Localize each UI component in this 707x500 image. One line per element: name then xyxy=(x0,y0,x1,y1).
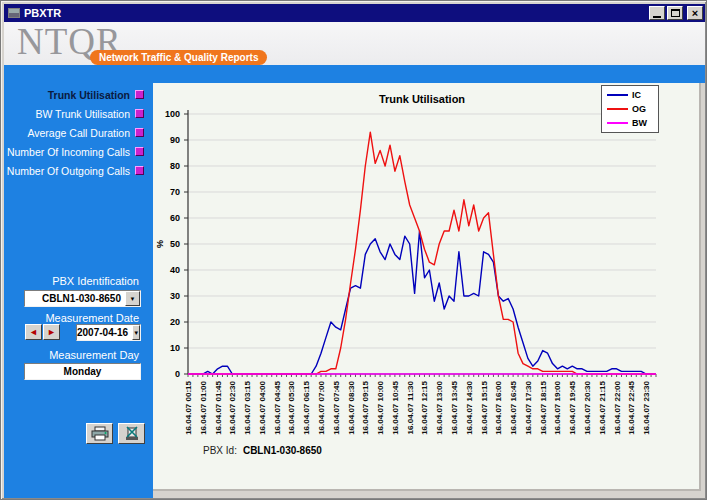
sidebar-item-number-of-outgoing-calls[interactable]: Number Of Outgoing Calls xyxy=(4,161,153,180)
svg-text:16.04.07 03:15: 16.04.07 03:15 xyxy=(243,380,252,434)
svg-text:16.04.07 18:15: 16.04.07 18:15 xyxy=(539,380,548,434)
sidebar-item-label: BW Trunk Utilisation xyxy=(35,108,130,120)
svg-text:16.04.07 12:15: 16.04.07 12:15 xyxy=(420,380,429,434)
maximize-icon xyxy=(671,9,680,17)
legend-item-og: OG xyxy=(607,104,654,114)
svg-text:16.04.07 17:30: 16.04.07 17:30 xyxy=(524,380,533,434)
measurement-date-select[interactable]: 2007-04-16 ▼ xyxy=(76,324,141,341)
window-title: PBXTR xyxy=(24,7,647,19)
measurement-date-value: 2007-04-16 xyxy=(77,327,132,338)
legend-item-ic: IC xyxy=(607,90,654,100)
app-tagline-badge: Network Traffic & Quality Reports xyxy=(90,50,267,65)
minimize-button[interactable] xyxy=(649,6,665,20)
chart-title: Trunk Utilisation xyxy=(188,93,656,105)
svg-text:50: 50 xyxy=(170,239,180,249)
legend-label: IC xyxy=(632,90,641,100)
svg-text:16.04.07 06:15: 16.04.07 06:15 xyxy=(302,380,311,434)
nav-item-indicator-button[interactable] xyxy=(135,128,144,137)
svg-text:0: 0 xyxy=(175,369,180,379)
maximize-button[interactable] xyxy=(667,6,683,20)
svg-text:16.04.07 07:00: 16.04.07 07:00 xyxy=(317,380,326,434)
svg-text:16.04.07 07:45: 16.04.07 07:45 xyxy=(332,380,341,434)
svg-text:16.04.07 04:00: 16.04.07 04:00 xyxy=(258,380,267,434)
sidebar-item-bw-trunk-utilisation[interactable]: BW Trunk Utilisation xyxy=(4,104,153,123)
svg-text:16.04.07 13:45: 16.04.07 13:45 xyxy=(450,380,459,434)
svg-text:40: 40 xyxy=(170,265,180,275)
nav-item-indicator-button[interactable] xyxy=(135,147,144,156)
svg-text:16.04.07 05:30: 16.04.07 05:30 xyxy=(287,380,296,434)
pbx-identification-select[interactable]: CBLN1-030-8650 ▼ xyxy=(24,290,141,307)
svg-text:16.04.07 22:45: 16.04.07 22:45 xyxy=(627,380,636,434)
legend-item-bw: BW xyxy=(607,118,654,128)
sidebar-item-label: Trunk Utilisation xyxy=(48,89,130,101)
svg-text:60: 60 xyxy=(170,213,180,223)
legend-line-sample xyxy=(607,122,628,124)
trunk-utilisation-chart: 0102030405060708090100%16.04.07 00:1516.… xyxy=(153,83,701,491)
legend-label: OG xyxy=(632,104,646,114)
svg-text:100: 100 xyxy=(165,109,180,119)
nav-item-indicator-button[interactable] xyxy=(135,166,144,175)
app-icon[interactable] xyxy=(8,8,20,18)
measurement-day-label: Measurement Day xyxy=(4,349,139,361)
printer-icon xyxy=(91,426,109,441)
svg-text:20: 20 xyxy=(170,317,180,327)
previous-date-button[interactable]: ◄ xyxy=(25,324,42,340)
svg-text:90: 90 xyxy=(170,135,180,145)
chart-panel: 0102030405060708090100%16.04.07 00:1516.… xyxy=(153,83,701,491)
svg-text:16.04.07 01:00: 16.04.07 01:00 xyxy=(199,380,208,434)
svg-text:70: 70 xyxy=(170,187,180,197)
svg-text:16.04.07 09:15: 16.04.07 09:15 xyxy=(361,380,370,434)
svg-text:16.04.07 04:45: 16.04.07 04:45 xyxy=(273,380,282,434)
sidebar-item-average-call-duration[interactable]: Average Call Duration xyxy=(4,123,153,142)
chevron-down-icon[interactable]: ▼ xyxy=(132,325,140,340)
svg-text:16.04.07 19:45: 16.04.07 19:45 xyxy=(568,380,577,434)
svg-text:%: % xyxy=(155,240,165,248)
printer-cancel-icon xyxy=(123,426,141,441)
svg-text:30: 30 xyxy=(170,291,180,301)
legend-line-sample xyxy=(607,94,628,96)
legend-line-sample xyxy=(607,108,628,110)
sidebar-item-label: Number Of Incoming Calls xyxy=(7,146,130,158)
svg-text:16.04.07 16:45: 16.04.07 16:45 xyxy=(509,380,518,434)
svg-text:16.04.07 13:00: 16.04.07 13:00 xyxy=(435,380,444,434)
svg-text:80: 80 xyxy=(170,161,180,171)
measurement-date-label: Measurement Date xyxy=(4,312,139,324)
svg-text:16.04.07 22:00: 16.04.07 22:00 xyxy=(613,380,622,434)
svg-text:16.04.07 19:00: 16.04.07 19:00 xyxy=(553,380,562,434)
svg-text:16.04.07 11:30: 16.04.07 11:30 xyxy=(406,380,415,434)
svg-text:16.04.07 21:15: 16.04.07 21:15 xyxy=(598,380,607,434)
next-date-button[interactable]: ► xyxy=(43,324,60,340)
pbx-identification-label: PBX Identification xyxy=(4,275,139,287)
sidebar-item-label: Average Call Duration xyxy=(27,127,130,139)
nav-item-indicator-button[interactable] xyxy=(135,90,144,99)
app-header: NTQR Network Traffic & Quality Reports xyxy=(4,22,705,65)
svg-text:16.04.07 02:30: 16.04.07 02:30 xyxy=(228,380,237,434)
print-toolbar xyxy=(86,423,145,444)
sidebar-item-label: Number Of Outgoing Calls xyxy=(7,165,130,177)
svg-text:10: 10 xyxy=(170,343,180,353)
top-accent-bar xyxy=(4,65,705,83)
svg-text:16.04.07 20:30: 16.04.07 20:30 xyxy=(583,380,592,434)
svg-text:16.04.07 15:15: 16.04.07 15:15 xyxy=(480,380,489,434)
svg-text:16.04.07 01:45: 16.04.07 01:45 xyxy=(214,380,223,434)
pbx-id-footer: PBX Id:CBLN1-030-8650 xyxy=(203,445,322,456)
legend-label: BW xyxy=(632,118,647,128)
pbx-identification-value: CBLN1-030-8650 xyxy=(25,293,125,304)
sidebar-item-number-of-incoming-calls[interactable]: Number Of Incoming Calls xyxy=(4,142,153,161)
svg-text:16.04.07 10:00: 16.04.07 10:00 xyxy=(376,380,385,434)
print-cancel-button[interactable] xyxy=(118,423,145,444)
chevron-down-icon[interactable]: ▼ xyxy=(125,291,140,306)
sidebar-item-trunk-utilisation[interactable]: Trunk Utilisation xyxy=(4,85,153,104)
minimize-icon xyxy=(653,16,661,18)
measurement-day-field[interactable]: Monday xyxy=(24,363,141,380)
svg-text:16.04.07 23:30: 16.04.07 23:30 xyxy=(642,380,651,434)
report-nav: Trunk Utilisation BW Trunk Utilisation A… xyxy=(4,85,153,180)
svg-text:16.04.07 14:30: 16.04.07 14:30 xyxy=(465,380,474,434)
svg-text:16.04.07 00:15: 16.04.07 00:15 xyxy=(184,380,193,434)
close-button[interactable]: × xyxy=(687,6,703,20)
svg-text:16.04.07 08:30: 16.04.07 08:30 xyxy=(347,380,356,434)
print-button[interactable] xyxy=(86,423,113,444)
svg-text:16.04.07 10:45: 16.04.07 10:45 xyxy=(391,380,400,434)
nav-item-indicator-button[interactable] xyxy=(135,109,144,118)
sidebar: Trunk Utilisation BW Trunk Utilisation A… xyxy=(4,83,153,498)
